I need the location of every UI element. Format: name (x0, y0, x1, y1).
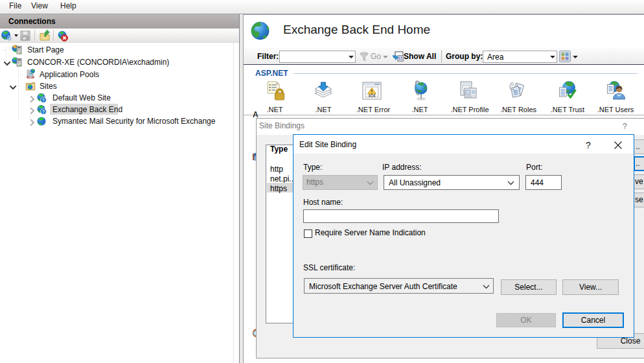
svg-text:?: ? (42, 110, 45, 114)
svg-text:404: 404 (369, 93, 376, 98)
svg-text:?: ? (42, 98, 45, 102)
